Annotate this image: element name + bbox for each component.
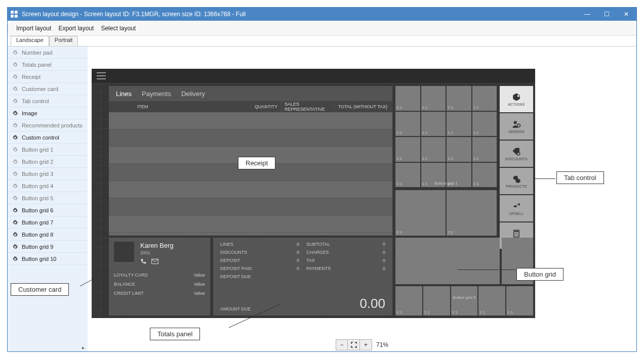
hamburger-icon[interactable]: [97, 72, 106, 79]
receipt-tab-payments[interactable]: Payments: [142, 90, 171, 98]
tab-orders[interactable]: ORDERS: [500, 113, 533, 140]
sidebar-item[interactable]: Receipt: [8, 71, 88, 83]
grid-cell[interactable]: 2:2: [395, 190, 446, 236]
phone-icon[interactable]: [140, 258, 146, 265]
sidebar-item[interactable]: Button grid 9: [8, 241, 88, 253]
tab-products[interactable]: PRODUCTS: [500, 168, 533, 194]
tab-control[interactable]: ACTIONS ORDERS DISCOUNTS PRODUCTS UPSELL…: [500, 86, 533, 249]
sidebar-item[interactable]: Button grid 4: [8, 180, 88, 192]
grid-cell[interactable]: 1:1: [478, 286, 505, 316]
receipt-rows: [109, 112, 392, 233]
design-canvas[interactable]: Lines Payments Delivery ITEM QUANTITY SA…: [90, 49, 634, 349]
sidebar-item[interactable]: Button grid 8: [8, 229, 88, 241]
receipt-row[interactable]: [109, 198, 392, 215]
grid-cell[interactable]: 1:1: [506, 286, 533, 316]
sidebar-item[interactable]: Button grid 10: [8, 253, 88, 265]
zoom-fit-button[interactable]: [348, 339, 360, 350]
tab-actions[interactable]: ACTIONS: [500, 86, 533, 112]
grid-cell[interactable]: 1:1: [395, 286, 422, 316]
menu-select[interactable]: Select layout: [101, 25, 136, 32]
grid-cell[interactable]: 1:1: [472, 112, 497, 137]
svg-point-10: [515, 233, 516, 234]
sidebar-item[interactable]: Tab control: [8, 95, 88, 107]
menu-export[interactable]: Export layout: [58, 25, 94, 32]
button-grid-mid[interactable]: 2:2 2:2: [395, 190, 497, 236]
sidebar-item[interactable]: Button grid 5: [8, 192, 88, 204]
totals-deposit-val: 0: [289, 258, 299, 263]
totals-deposit-label: DEPOSIT: [220, 258, 282, 263]
zoom-in-button[interactable]: +: [360, 339, 372, 350]
sidebar-item[interactable]: Customer card: [8, 83, 88, 95]
grid-cell[interactable]: 1:1: [451, 286, 478, 316]
sidebar-item[interactable]: Totals panel: [8, 59, 88, 71]
grid-cell[interactable]: 1:1: [395, 112, 420, 137]
grid-cell[interactable]: 1:1: [421, 137, 446, 162]
button-grid-5[interactable]: 1:11:11:11:11:1: [395, 286, 533, 316]
svg-point-12: [517, 233, 518, 234]
svg-line-18: [229, 304, 279, 328]
titlebar[interactable]: Screen layout design - Screen layout ID:…: [8, 8, 636, 21]
totals-subtotal-val: 0: [375, 242, 385, 247]
sidebar-item-label: Button grid 2: [22, 159, 53, 165]
grid-cell[interactable]: 1:1: [472, 86, 497, 111]
svg-rect-3: [15, 15, 18, 18]
grid-cell[interactable]: 1:1: [447, 86, 471, 111]
grid-cell[interactable]: 1:1: [395, 86, 420, 111]
sidebar-item-label: Button grid 10: [22, 256, 57, 262]
grid-cell[interactable]: 1:1: [395, 137, 420, 162]
grid-cell[interactable]: 1:1: [421, 112, 446, 137]
pos-topbar: [92, 69, 535, 83]
gear-icon: [13, 86, 18, 92]
callout-line: [458, 270, 516, 270]
sidebar-item-label: Button grid 9: [22, 244, 53, 250]
grid-cell[interactable]: 2:2: [447, 190, 497, 236]
receipt-row[interactable]: [109, 215, 392, 233]
svg-point-14: [516, 235, 517, 236]
pos-layout[interactable]: Lines Payments Delivery ITEM QUANTITY SA…: [92, 69, 535, 318]
close-button[interactable]: ✕: [616, 8, 636, 21]
window-title: Screen layout design - Screen layout ID:…: [22, 11, 578, 18]
totals-payments-val: 0: [375, 266, 385, 271]
sidebar-item-label: Recommended products: [22, 122, 83, 128]
tab-landscape[interactable]: Landscape: [11, 36, 49, 46]
receipt-row[interactable]: [109, 129, 392, 147]
receipt-row[interactable]: [109, 112, 392, 129]
tab-upsell[interactable]: UPSELL: [500, 195, 533, 221]
button-grid-large[interactable]: [395, 238, 500, 284]
sidebar-item[interactable]: Button grid 7: [8, 216, 88, 229]
sidebar-item-label: Totals panel: [22, 62, 52, 68]
sidebar-item[interactable]: Custom control: [8, 131, 88, 144]
receipt-tab-delivery[interactable]: Delivery: [181, 90, 205, 98]
col-qty: QUANTITY: [251, 104, 281, 109]
receipt-tab-lines[interactable]: Lines: [116, 90, 132, 98]
sidebar-item-label: Image: [22, 110, 37, 116]
grid-cell[interactable]: 1:1: [472, 137, 497, 162]
svg-point-13: [515, 235, 516, 236]
svg-rect-1: [15, 11, 18, 14]
loyalty-label: LOYALTY CARD: [114, 273, 148, 278]
sidebar-item[interactable]: Number pad: [8, 47, 88, 59]
button-grid-1[interactable]: 1:11:11:11:11:11:11:11:11:11:11:11:11:11…: [395, 86, 497, 187]
zoom-out-button[interactable]: −: [336, 339, 348, 350]
grid-cell[interactable]: 1:1: [447, 112, 471, 137]
receipt-row[interactable]: [109, 181, 392, 198]
mail-icon[interactable]: [151, 258, 158, 265]
tab-portrait[interactable]: Portrait: [49, 36, 78, 46]
sidebar-item[interactable]: Button grid 1: [8, 144, 88, 156]
grid-cell[interactable]: 1:1: [421, 86, 446, 111]
sidebar-item[interactable]: Button grid 6: [8, 204, 88, 216]
sidebar-item[interactable]: Button grid 3: [8, 168, 88, 180]
customer-card[interactable]: Karen Berg 2001 LOYALTY CARDValue: [109, 238, 210, 316]
minimize-button[interactable]: —: [578, 8, 597, 21]
tab-discounts[interactable]: DISCOUNTS: [500, 141, 533, 167]
sidebar-item[interactable]: Button grid 2: [8, 156, 88, 168]
sidebar-item[interactable]: Recommended products: [8, 119, 88, 131]
gear-icon: [13, 159, 18, 164]
sidebar-item[interactable]: Image: [8, 107, 88, 119]
grid-cell[interactable]: 1:1: [423, 286, 450, 316]
grid-cell[interactable]: 1:1: [447, 137, 471, 162]
sidebar-collapse-icon[interactable]: ▸: [79, 344, 88, 351]
col-total: TOTAL (WITHOUT TAX): [334, 104, 392, 109]
menu-import[interactable]: Import layout: [16, 25, 51, 32]
maximize-button[interactable]: ☐: [597, 8, 616, 21]
